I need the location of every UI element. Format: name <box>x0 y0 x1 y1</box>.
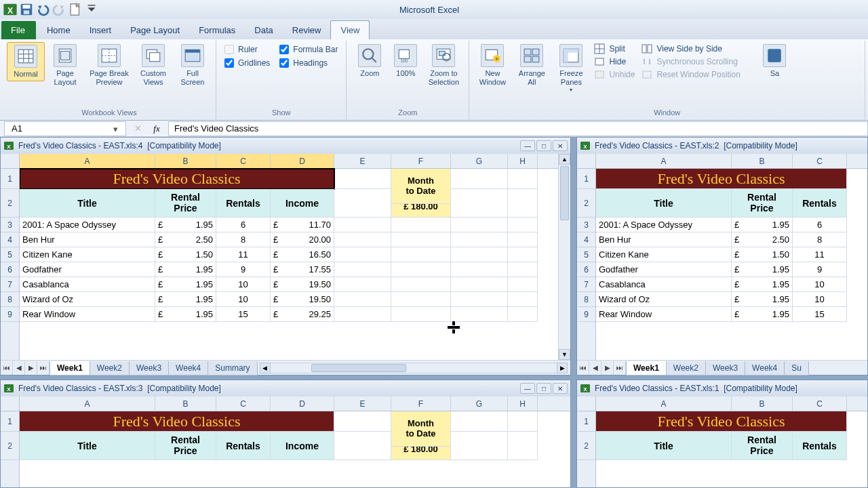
month-to-date-label[interactable]: Monthto Date <box>391 411 451 447</box>
title-cell[interactable]: Fred's Video Classics <box>20 411 334 432</box>
new-icon[interactable] <box>68 2 83 17</box>
cell-price[interactable]: £1.50 <box>732 247 793 262</box>
new-window-button[interactable]: ✶New Window <box>473 42 511 88</box>
sheet-tab[interactable]: Su <box>784 361 809 375</box>
zoom-selection-button[interactable]: Zoom to Selection <box>422 42 465 88</box>
col-header[interactable]: H <box>508 154 538 168</box>
cell-rentals[interactable]: 10 <box>793 292 847 307</box>
cell-title[interactable]: Ben Hur <box>20 232 155 247</box>
row-header[interactable]: 1 <box>577 169 595 189</box>
vertical-scrollbar[interactable]: ▲ ▼ <box>558 154 570 360</box>
tab-data[interactable]: Data <box>245 21 282 39</box>
view-side-by-side-button[interactable]: View Side by Side <box>642 43 758 54</box>
select-all-corner[interactable] <box>1 154 19 169</box>
cell-income[interactable]: £19.50 <box>271 292 334 307</box>
window-titlebar[interactable]: X Fred's Video Classics - EAST.xls:3 [Co… <box>1 380 570 396</box>
col-header[interactable]: A <box>20 154 155 168</box>
row-header[interactable]: 6 <box>1 262 19 277</box>
ruler-checkbox[interactable]: Ruler <box>224 45 270 54</box>
header-title[interactable]: Title <box>596 432 732 460</box>
cell-income[interactable]: £11.70 <box>271 218 334 232</box>
sync-scroll-button[interactable]: Synchronous Scrolling <box>642 56 758 67</box>
col-header[interactable]: C <box>793 396 847 411</box>
minimize-button[interactable]: — <box>520 140 535 151</box>
tab-view[interactable]: View <box>330 20 370 39</box>
col-header[interactable]: H <box>508 396 538 411</box>
sheet-tab[interactable]: Week2 <box>666 361 706 375</box>
header-title[interactable]: Title <box>596 189 732 218</box>
col-header[interactable]: C <box>793 154 847 168</box>
header-price[interactable]: RentalPrice <box>155 432 216 460</box>
cell-rentals[interactable]: 6 <box>793 218 847 232</box>
cancel-formula-icon[interactable]: ✕ <box>130 122 145 136</box>
cell-price[interactable]: £1.95 <box>732 307 793 322</box>
col-header[interactable]: A <box>20 396 155 411</box>
row-header[interactable]: 3 <box>577 218 595 232</box>
prev-sheet-icon[interactable]: ◀ <box>13 361 25 375</box>
cell-income[interactable]: £16.50 <box>271 247 334 262</box>
cell-income[interactable]: £20.00 <box>271 232 334 247</box>
formula-bar-checkbox[interactable]: Formula Bar <box>279 45 338 54</box>
qat-dropdown-icon[interactable] <box>84 2 99 17</box>
row-header[interactable]: 8 <box>577 292 595 307</box>
cell-rentals[interactable]: 11 <box>793 247 847 262</box>
cell-title[interactable]: Casablanca <box>596 277 732 292</box>
cell-price[interactable]: £2.50 <box>155 232 216 247</box>
col-header[interactable]: E <box>334 154 391 168</box>
col-header[interactable]: D <box>271 154 334 168</box>
save-icon[interactable] <box>19 2 34 17</box>
title-cell[interactable]: Fred's Video Classics <box>596 169 847 189</box>
select-all-corner[interactable] <box>577 396 595 411</box>
cell-title[interactable]: Citizen Kane <box>596 247 732 262</box>
maximize-button[interactable]: □ <box>536 140 551 151</box>
col-header[interactable]: B <box>732 154 793 168</box>
scroll-down-icon[interactable]: ▼ <box>559 349 570 360</box>
col-header[interactable]: E <box>334 396 391 411</box>
cell-income[interactable]: £19.50 <box>271 277 334 292</box>
prev-sheet-icon[interactable]: ◀ <box>589 361 601 375</box>
title-cell[interactable]: Fred's Video Classics <box>20 169 334 189</box>
minimize-button[interactable]: — <box>520 383 535 394</box>
cell-rentals[interactable]: 10 <box>216 277 271 292</box>
cell-price[interactable]: £1.95 <box>155 262 216 277</box>
col-header[interactable]: F <box>391 154 451 168</box>
chevron-down-icon[interactable]: ▾ <box>113 124 123 134</box>
save-workspace-button[interactable]: Sa <box>762 42 787 80</box>
row-header[interactable]: 1 <box>1 411 19 432</box>
sheet-tab[interactable]: Summary <box>208 361 257 375</box>
col-header[interactable]: C <box>216 154 271 168</box>
cell-price[interactable]: £1.95 <box>155 218 216 232</box>
row-header[interactable]: 7 <box>577 277 595 292</box>
cell-title[interactable]: Citizen Kane <box>20 247 155 262</box>
scroll-right-icon[interactable]: ▶ <box>557 363 568 373</box>
next-sheet-icon[interactable]: ▶ <box>601 361 614 375</box>
cell-rentals[interactable]: 11 <box>216 247 271 262</box>
col-header[interactable]: B <box>155 396 216 411</box>
fx-icon[interactable]: fx <box>149 122 164 136</box>
page-layout-button[interactable]: Page Layout <box>46 42 84 88</box>
last-sheet-icon[interactable]: ⏭ <box>37 361 50 375</box>
cell-price[interactable]: £1.50 <box>155 247 216 262</box>
cell-price[interactable]: £1.95 <box>732 262 793 277</box>
cell-title[interactable]: Godfather <box>20 262 155 277</box>
header-rentals[interactable]: Rentals <box>793 432 847 460</box>
unhide-button[interactable]: Unhide <box>594 69 635 80</box>
close-button[interactable]: ✕ <box>553 383 568 394</box>
full-screen-button[interactable]: Full Screen <box>174 42 212 88</box>
zoom-button[interactable]: Zoom <box>351 42 389 80</box>
col-header[interactable]: A <box>596 396 732 411</box>
row-header[interactable]: 2 <box>577 189 595 218</box>
close-button[interactable]: ✕ <box>553 140 568 151</box>
month-to-date-label[interactable]: Monthto Date <box>391 169 451 204</box>
hide-button[interactable]: Hide <box>594 56 635 67</box>
gridlines-checkbox[interactable]: Gridlines <box>224 58 270 68</box>
cell-title[interactable]: Godfather <box>596 262 732 277</box>
sheet-tab[interactable]: Week3 <box>129 361 169 375</box>
cell-rentals[interactable]: 10 <box>793 277 847 292</box>
custom-views-button[interactable]: Custom Views <box>134 42 172 88</box>
cell-title[interactable]: Casablanca <box>20 277 155 292</box>
row-header[interactable]: 4 <box>1 232 19 247</box>
tab-insert[interactable]: Insert <box>80 21 121 39</box>
header-price[interactable]: RentalPrice <box>732 189 793 218</box>
cell-title[interactable]: Wizard of Oz <box>20 292 155 307</box>
